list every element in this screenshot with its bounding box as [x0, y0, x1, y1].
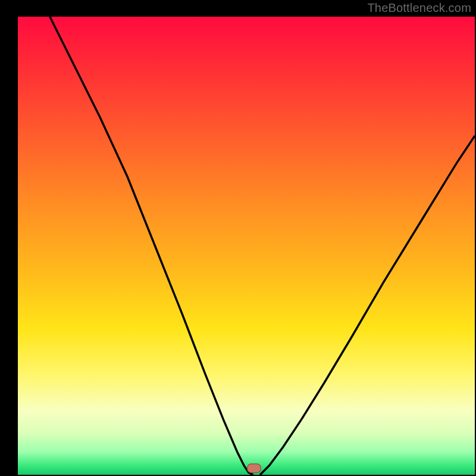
watermark-label: TheBottleneck.com: [367, 1, 471, 15]
curve-left-branch: [50, 17, 253, 475]
plot-area: [18, 17, 475, 475]
optimal-marker: [247, 464, 261, 473]
bottleneck-curve: [18, 17, 475, 475]
chart-frame: TheBottleneck.com: [0, 0, 476, 476]
curve-right-branch: [260, 136, 475, 475]
